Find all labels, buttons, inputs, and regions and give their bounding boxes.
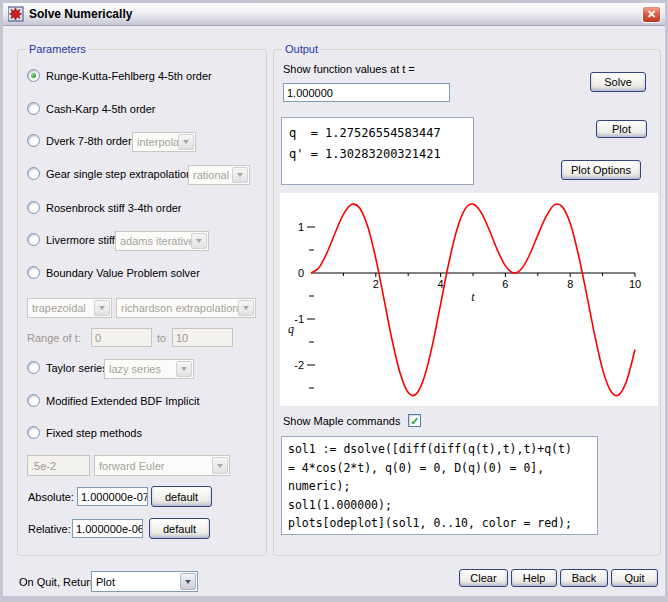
absolute-label: Absolute: (28, 491, 74, 503)
back-button[interactable]: Back (560, 569, 608, 587)
svg-text:q: q (288, 322, 294, 336)
quit-button[interactable]: Quit (611, 569, 658, 587)
svg-text:-1: -1 (294, 313, 304, 325)
method-row-gear: Gear single step extrapolation (27, 167, 192, 180)
chevron-down-icon (212, 457, 228, 474)
method-label: Rosenbrock stiff 3-4th order (46, 202, 182, 214)
method-label: Modified Extended BDF Implicit (46, 395, 199, 407)
method-row-bvp: Boundary Value Problem solver (27, 266, 200, 279)
chevron-down-icon (178, 134, 194, 150)
chevron-down-icon (176, 361, 192, 377)
maple-commands-row: Show Maple commands ✓ (283, 414, 421, 427)
chevron-down-icon (232, 167, 248, 183)
chevron-down-icon (238, 300, 254, 316)
range-to-word: to (157, 332, 166, 344)
method-label: Fixed step methods (46, 427, 142, 439)
method-label: Cash-Karp 4-5th order (46, 103, 155, 115)
maple-commands-label: Show Maple commands (283, 415, 400, 427)
radio-rkf45[interactable] (27, 69, 40, 82)
absolute-default-button[interactable]: default (151, 486, 212, 507)
dverk-submethod-combobox: interpolant (132, 132, 196, 152)
gear-submethod-combobox: rational (188, 165, 250, 185)
svg-text:2: 2 (373, 278, 379, 290)
svg-text:0: 0 (298, 267, 304, 279)
method-label: Dverk 7-8th order (46, 135, 132, 147)
radio-cash-karp[interactable] (27, 102, 40, 115)
svg-text:4: 4 (438, 278, 444, 290)
method-label: Gear single step extrapolation (46, 168, 192, 180)
radio-taylor[interactable] (27, 361, 40, 374)
chevron-down-icon (180, 573, 196, 590)
bvp-method2-combobox: richardson extrapolation (116, 298, 256, 318)
method-row-rkf45: Runge-Kutta-Fehlberg 4-5th order (27, 69, 212, 82)
parameters-caption: Parameters (26, 43, 89, 55)
plot-options-button[interactable]: Plot Options (561, 160, 641, 180)
relative-label: Relative: (28, 523, 71, 535)
radio-livermore[interactable] (27, 233, 40, 246)
radio-gear[interactable] (27, 167, 40, 180)
method-row-rosenbrock: Rosenbrock stiff 3-4th order (27, 201, 182, 214)
clear-button[interactable]: Clear (459, 569, 508, 587)
plot-button[interactable]: Plot (596, 120, 647, 138)
maple-commands-checkbox[interactable]: ✓ (408, 414, 421, 427)
on-quit-combobox[interactable]: Plot (91, 571, 198, 592)
svg-text:10: 10 (629, 278, 641, 290)
radio-bvp[interactable] (27, 266, 40, 279)
svg-text:t: t (471, 290, 475, 304)
check-mark-icon: ✓ (410, 415, 419, 427)
fixed-step-size-field: .5e-2 (27, 455, 90, 476)
ode-plot: 24681010-1-2tq (280, 193, 658, 406)
relative-error-field[interactable]: 1.000000e-06 (72, 519, 143, 538)
radio-dverk[interactable] (27, 134, 40, 147)
combo-value: forward Euler (99, 460, 164, 472)
taylor-submethod-combobox: lazy series (104, 359, 194, 379)
combo-value: adams iterative (120, 235, 195, 247)
combo-value: rational (193, 169, 229, 181)
help-button[interactable]: Help (511, 569, 557, 587)
bvp-method1-combobox: trapezoidal (27, 298, 112, 318)
svg-text:1: 1 (298, 221, 304, 233)
combo-value: lazy series (109, 363, 161, 375)
relative-default-button[interactable]: default (149, 518, 210, 539)
combo-value: richardson extrapolation (121, 302, 238, 314)
svg-text:6: 6 (502, 278, 508, 290)
maple-commands-output[interactable]: sol1 := dsolve([diff(diff(q(t),t),t)+q(t… (281, 436, 598, 535)
method-label: Runge-Kutta-Fehlberg 4-5th order (46, 70, 212, 82)
method-row-mebdfi: Modified Extended BDF Implicit (27, 394, 199, 407)
absolute-error-field[interactable]: 1.000000e-07 (77, 487, 148, 506)
chevron-down-icon (94, 300, 110, 316)
method-label: Boundary Value Problem solver (46, 267, 200, 279)
method-label: Taylor series (46, 362, 108, 374)
window-title: Solve Numerically (29, 7, 642, 21)
radio-fixed-step[interactable] (27, 426, 40, 439)
range-to-field: 10 (172, 328, 233, 347)
title-bar[interactable]: Solve Numerically ✕ (3, 3, 665, 26)
method-row-dverk: Dverk 7-8th order (27, 134, 132, 147)
chevron-down-icon (191, 233, 207, 249)
method-row-cash-karp: Cash-Karp 4-5th order (27, 102, 155, 115)
range-from-field: 0 (91, 328, 152, 347)
solve-button[interactable]: Solve (590, 72, 646, 92)
show-values-label: Show function values at t = (283, 63, 415, 75)
fixed-step-method-combobox: forward Euler (94, 455, 230, 476)
svg-text:8: 8 (567, 278, 573, 290)
radio-rosenbrock[interactable] (27, 201, 40, 214)
radio-mebdfi[interactable] (27, 394, 40, 407)
combo-value: Plot (96, 576, 115, 588)
maple-leaf-icon (8, 6, 25, 22)
livermore-submethod-combobox: adams iterative (115, 231, 209, 251)
output-caption: Output (282, 43, 321, 55)
range-label: Range of t: (27, 332, 81, 344)
svg-text:-2: -2 (294, 359, 304, 371)
method-label: Livermore stiff (46, 234, 115, 246)
method-row-taylor: Taylor series (27, 361, 108, 374)
t-value-input[interactable]: 1.000000 (283, 83, 450, 102)
ode-plot-panel: 24681010-1-2tq (280, 193, 658, 406)
combo-value: trapezoidal (32, 302, 86, 314)
method-row-fixed-step: Fixed step methods (27, 426, 142, 439)
method-row-livermore: Livermore stiff (27, 233, 115, 246)
solve-numerically-dialog: Solve Numerically ✕ Parameters Runge-Kut… (0, 0, 668, 602)
close-button[interactable]: ✕ (642, 6, 661, 23)
on-quit-label: On Quit, Return (19, 576, 96, 588)
function-values-output[interactable]: q = 1.27526554583447 q' = 1.302832003214… (281, 117, 474, 185)
